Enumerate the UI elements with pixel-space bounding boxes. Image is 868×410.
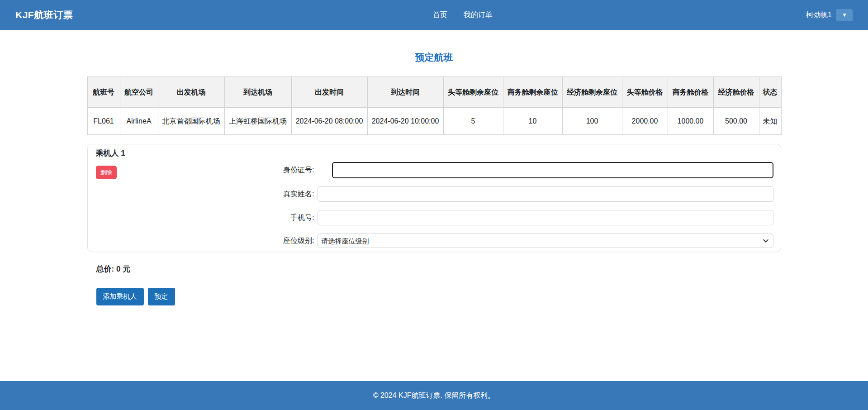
header-departure-time: 出发时间 — [291, 77, 367, 108]
header-economy-class-price: 经济舱价格 — [713, 77, 759, 108]
page-title: 预定航班 — [0, 51, 868, 64]
cell-economy-class-price: 500.00 — [713, 108, 759, 135]
cell-flight-number: FL061 — [87, 108, 120, 135]
passenger-card: 乘机人 1 删除 身份证号: 真实姓名: 手机号: 座位级别: 请选择座位级别 — [87, 144, 781, 252]
phone-number-label: 手机号: — [95, 213, 318, 223]
header-departure-airport: 出发机场 — [158, 77, 224, 108]
nav-home-link[interactable]: 首页 — [433, 10, 447, 20]
brand-title: KJF航班订票 — [15, 9, 73, 21]
id-number-input[interactable] — [332, 162, 773, 178]
username: 柯劲帆1 — [806, 10, 832, 20]
cell-arrival-airport: 上海虹桥国际机场 — [224, 108, 291, 135]
flight-row: FL061 AirlineA 北京首都国际机场 上海虹桥国际机场 2024-06… — [87, 108, 781, 135]
phone-number-input[interactable] — [318, 210, 773, 225]
footer: © 2024 KJF航班订票. 保留所有权利。 — [0, 381, 868, 410]
flight-table: 航班号 航空公司 出发机场 到达机场 出发时间 到达时间 头等舱剩余座位 商务舱… — [87, 76, 782, 135]
cell-arrival-time: 2024-06-20 10:00:00 — [367, 108, 443, 135]
real-name-label: 真实姓名: — [95, 190, 318, 199]
seat-class-select[interactable]: 请选择座位级别 — [318, 234, 773, 248]
header-first-class-price: 头等舱价格 — [622, 77, 668, 108]
dropdown-arrow-icon: ▼ — [842, 12, 847, 18]
cell-airline: AirlineA — [120, 108, 158, 135]
header-first-class-seats: 头等舱剩余座位 — [443, 77, 503, 108]
header-status: 状态 — [759, 77, 781, 108]
cell-departure-time: 2024-06-20 08:00:00 — [291, 108, 367, 135]
cell-business-class-price: 1000.00 — [668, 108, 713, 135]
header-arrival-airport: 到达机场 — [224, 77, 291, 108]
delete-passenger-button[interactable]: 删除 — [96, 166, 117, 179]
cell-first-class-price: 2000.00 — [622, 108, 668, 135]
seat-class-label: 座位级别: — [95, 236, 318, 246]
cell-economy-class-seats: 100 — [562, 108, 622, 135]
header-business-class-price: 商务舱价格 — [668, 77, 713, 108]
header-flight-number: 航班号 — [87, 77, 120, 108]
add-passenger-button[interactable]: 添加乘机人 — [96, 288, 144, 305]
copyright-text: © 2024 KJF航班订票. 保留所有权利。 — [373, 391, 495, 400]
header-business-class-seats: 商务舱剩余座位 — [503, 77, 562, 108]
total-price: 总价: 0 元 — [96, 264, 781, 274]
table-header-row: 航班号 航空公司 出发机场 到达机场 出发时间 到达时间 头等舱剩余座位 商务舱… — [87, 77, 781, 108]
user-dropdown-button[interactable]: ▼ — [836, 9, 853, 21]
navbar: KJF航班订票 首页 我的订单 柯劲帆1 ▼ — [0, 0, 868, 30]
passenger-title: 乘机人 1 — [96, 148, 773, 158]
cell-departure-airport: 北京首都国际机场 — [158, 108, 224, 135]
id-number-label: 身份证号: — [95, 166, 318, 175]
header-economy-class-seats: 经济舱剩余座位 — [562, 77, 622, 108]
header-arrival-time: 到达时间 — [367, 77, 443, 108]
real-name-input[interactable] — [318, 186, 773, 202]
user-menu: 柯劲帆1 ▼ — [806, 9, 853, 21]
nav-links: 首页 我的订单 — [433, 10, 493, 20]
header-airline: 航空公司 — [120, 77, 158, 108]
cell-business-class-seats: 10 — [503, 108, 562, 135]
main-content: 预定航班 航班号 航空公司 出发机场 到达机场 出发时间 到达时间 头等舱剩余座… — [0, 30, 868, 381]
book-button[interactable]: 预定 — [148, 288, 175, 305]
nav-my-orders-link[interactable]: 我的订单 — [464, 10, 493, 20]
cell-first-class-seats: 5 — [443, 108, 503, 135]
cell-status: 未知 — [759, 108, 781, 135]
